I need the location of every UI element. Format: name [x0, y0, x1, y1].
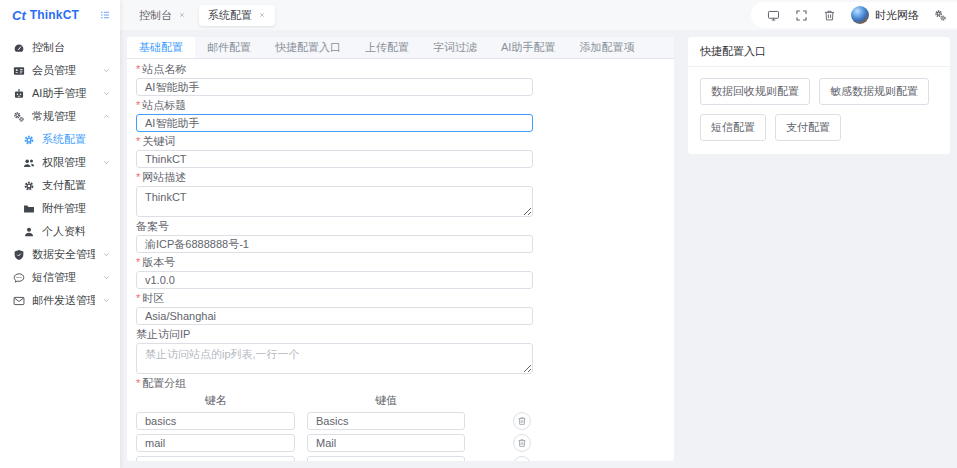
sidebar-item-data-security[interactable]: 数据安全管理 — [0, 243, 120, 266]
sidebar-item-label: 权限管理 — [42, 155, 95, 170]
sidebar-item-payment-config[interactable]: 支付配置 — [0, 174, 120, 197]
sidebar-item-sms[interactable]: 短信管理 — [0, 266, 120, 289]
delete-row-button[interactable] — [513, 434, 531, 452]
quick-btn-payment-config[interactable]: 支付配置 — [775, 114, 841, 141]
quick-btn-sensitive-data-rules[interactable]: 敏感数据规则配置 — [819, 78, 929, 105]
quick-btn-data-recycle-rules[interactable]: 数据回收规则配置 — [700, 78, 810, 105]
sidebar-menu: 控制台 会员管理 AI助手管理 常规管理 系统配置 — [0, 30, 120, 312]
field-keywords: *关键词 — [136, 136, 665, 168]
sidebar-item-system-config[interactable]: 系统配置 — [0, 128, 120, 151]
field-timezone: *时区 — [136, 293, 665, 325]
sidebar-item-profile[interactable]: 个人资料 — [0, 220, 120, 243]
sidebar-item-members[interactable]: 会员管理 — [0, 59, 120, 82]
tab-add-config-item[interactable]: 添加配置项 — [567, 37, 646, 58]
timezone-input[interactable] — [136, 307, 533, 325]
fullscreen-icon[interactable] — [795, 9, 808, 22]
required-mark: * — [136, 292, 140, 304]
avatar[interactable] — [851, 6, 869, 24]
icp-label: 备案号 — [136, 221, 665, 232]
quick-panel-title: 快捷配置入口 — [688, 37, 950, 67]
sidebar-item-permissions[interactable]: 权限管理 — [0, 151, 120, 174]
delete-row-button[interactable] — [513, 412, 531, 430]
close-icon[interactable] — [178, 11, 186, 19]
sidebar-item-general[interactable]: 常规管理 — [0, 105, 120, 128]
chevron-down-icon — [102, 296, 111, 305]
keywords-label: *关键词 — [136, 136, 665, 147]
sidebar-item-label: 附件管理 — [42, 201, 111, 216]
field-icp: 备案号 — [136, 221, 665, 253]
settings-gears-icon[interactable] — [934, 9, 947, 22]
tab-basic-config[interactable]: 基础配置 — [127, 37, 195, 58]
group-value-input[interactable] — [307, 456, 465, 461]
group-value-input[interactable] — [307, 434, 465, 452]
tab-word-filter[interactable]: 字词过滤 — [421, 37, 489, 58]
tab-ai-assistant-config[interactable]: AI助手配置 — [489, 37, 567, 58]
required-mark: * — [136, 171, 140, 183]
comment-icon — [13, 272, 25, 284]
sidebar-item-label: 系统配置 — [42, 132, 111, 147]
close-icon[interactable] — [258, 11, 266, 19]
sidebar-item-mail[interactable]: 邮件发送管理 — [0, 289, 120, 312]
logo-mark: Ct — [12, 8, 26, 23]
banned-ip-label: 禁止访问IP — [136, 329, 665, 340]
delete-row-button[interactable] — [513, 456, 531, 461]
sidebar-item-attachments[interactable]: 附件管理 — [0, 197, 120, 220]
tab-quick-entry-config[interactable]: 快捷配置入口 — [263, 37, 353, 58]
monitor-icon[interactable] — [767, 9, 780, 22]
user-name[interactable]: 时光网络 — [875, 8, 919, 23]
site-title-label: *站点标题 — [136, 100, 665, 111]
chevron-up-icon — [102, 112, 111, 121]
app-logo: Ct ThinkCT — [0, 0, 120, 30]
site-description-textarea[interactable]: ThinkCT — [136, 186, 533, 217]
shield-icon — [13, 249, 25, 261]
key-column-header: 键名 — [136, 393, 295, 408]
keywords-input[interactable] — [136, 150, 533, 168]
tab-upload-config[interactable]: 上传配置 — [353, 37, 421, 58]
config-tabs: 基础配置 邮件配置 快捷配置入口 上传配置 字词过滤 AI助手配置 添加配置项 — [127, 37, 674, 59]
site-name-input[interactable] — [136, 78, 533, 96]
field-config-group: *配置分组 键名 键值 — [136, 378, 665, 461]
required-mark: * — [136, 99, 140, 111]
cogs-icon — [13, 111, 25, 123]
sidebar-item-label: 邮件发送管理 — [32, 293, 95, 308]
label-text: 关键词 — [142, 135, 175, 147]
sidebar-item-ai-assistant[interactable]: AI助手管理 — [0, 82, 120, 105]
sidebar-item-label: 短信管理 — [32, 270, 95, 285]
system-config-card: 基础配置 邮件配置 快捷配置入口 上传配置 字词过滤 AI助手配置 添加配置项 … — [127, 37, 674, 461]
window-tab-dashboard[interactable]: 控制台 — [130, 5, 195, 26]
group-key-input[interactable] — [136, 434, 295, 452]
config-group-headers: 键名 键值 — [136, 393, 533, 408]
group-key-input[interactable] — [136, 456, 295, 461]
window-tab-system-config[interactable]: 系统配置 — [199, 5, 275, 26]
topbar: 控制台 系统配置 时光网络 — [120, 0, 957, 30]
chevron-down-icon — [102, 66, 111, 75]
label-text: 站点名称 — [142, 63, 186, 75]
icp-input[interactable] — [136, 235, 533, 253]
sidebar-collapse-icon[interactable] — [99, 9, 111, 21]
sidebar-item-dashboard[interactable]: 控制台 — [0, 36, 120, 59]
sidebar-item-label: 会员管理 — [32, 63, 95, 78]
trash-icon — [517, 438, 527, 448]
field-site-name: *站点名称 — [136, 64, 665, 96]
site-title-input[interactable] — [136, 114, 533, 132]
version-input[interactable] — [136, 271, 533, 289]
quick-btn-sms-config[interactable]: 短信配置 — [700, 114, 766, 141]
sidebar-item-label: 控制台 — [32, 40, 111, 55]
topbar-actions: 时光网络 — [751, 2, 957, 28]
banned-ip-textarea[interactable] — [136, 343, 533, 374]
label-text: 站点标题 — [142, 99, 186, 111]
group-key-input[interactable] — [136, 412, 295, 430]
clear-cache-trash-icon[interactable] — [823, 9, 836, 22]
tab-mail-config[interactable]: 邮件配置 — [195, 37, 263, 58]
required-mark: * — [136, 256, 140, 268]
folder-icon — [23, 203, 35, 215]
config-group-row — [136, 412, 665, 430]
sidebar-item-label: 个人资料 — [42, 224, 111, 239]
config-form: *站点名称 *站点标题 *关键词 *网站描述 ThinkCT — [127, 59, 674, 461]
config-group-row — [136, 456, 665, 461]
sidebar-item-label: 数据安全管理 — [32, 247, 95, 262]
quick-panel-buttons: 数据回收规则配置 敏感数据规则配置 短信配置 支付配置 — [688, 67, 950, 154]
sidebar-item-label: 支付配置 — [42, 178, 111, 193]
group-value-input[interactable] — [307, 412, 465, 430]
required-mark: * — [136, 135, 140, 147]
